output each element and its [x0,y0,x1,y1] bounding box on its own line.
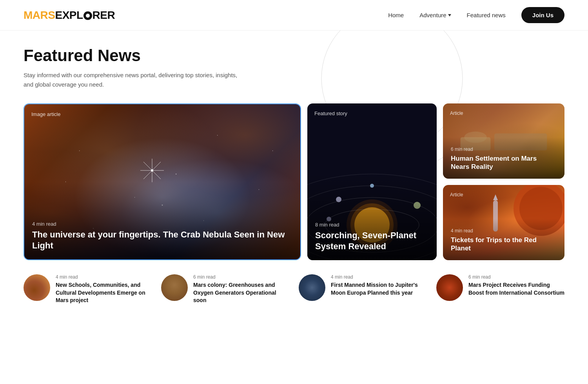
card-middle-title: Scorching, Seven-Planet System Revealed [315,230,429,252]
card-right-col: Article 6 min read Human Settlement on M… [443,103,564,260]
card-main-read-time: 4 min read [32,221,292,227]
nav-adventure[interactable]: Adventure [419,12,451,18]
card-small-1-read-time: 6 min read [451,147,557,152]
card-small-1-label: Article [450,110,463,116]
card-small-2-title: Tickets for Trips to the Red Planet [451,236,557,253]
logo[interactable]: MARSEXPLRER [24,9,115,22]
bottom-item-3[interactable]: 6 min read Mars Project Receives Funding… [436,274,564,304]
bottom-read-time-2: 4 min read [331,274,427,280]
logo-o-icon [83,11,92,20]
bottom-read-time-1: 6 min read [193,274,289,280]
chevron-down-icon [448,14,451,16]
bottom-item-1[interactable]: 6 min read Mars colony: Greenhouses and … [161,274,289,304]
card-main-content: 4 min read The universe at your fingerti… [32,221,292,252]
card-small-1-title: Human Settlement on Mars Nears Reality [451,154,557,171]
card-main-title: The universe at your fingertips. The Cra… [32,229,292,252]
card-main[interactable]: Image article 4 min read The universe at… [24,103,301,260]
nav-featured[interactable]: Featured news [467,12,506,18]
card-small-2-content: 4 min read Tickets for Trips to the Red … [451,228,557,253]
thumb-img-3 [436,274,463,301]
bottom-thumb-1 [161,274,188,301]
main-content: Featured News Stay informed with our com… [0,31,588,328]
bottom-title-3: Mars Project Receives Funding Boost from… [468,281,564,297]
bottom-thumb-3 [436,274,463,301]
page-title: Featured News [24,46,564,65]
bottom-text-1: 6 min read Mars colony: Greenhouses and … [193,274,289,304]
bottom-title-1: Mars colony: Greenhouses and Oxygen Gene… [193,281,289,304]
nav-links: Home Adventure Featured news Join Us [388,7,564,23]
bottom-list: 4 min read New Schools, Communities, and… [24,274,564,304]
bottom-text-2: 4 min read First Manned Mission to Jupit… [331,274,427,297]
bottom-item-0[interactable]: 4 min read New Schools, Communities, and… [24,274,152,304]
card-middle[interactable]: Featured story 8 min read Scorching, Sev… [307,103,437,260]
join-button[interactable]: Join Us [521,7,564,23]
card-small-1[interactable]: Article 6 min read Human Settlement on M… [443,103,564,179]
bottom-thumb-0 [24,274,50,301]
thumb-img-1 [161,274,188,301]
logo-mars: MARS [24,9,55,21]
bottom-item-2[interactable]: 4 min read First Manned Mission to Jupit… [299,274,427,304]
card-middle-read-time: 8 min read [315,222,429,228]
card-main-label: Image article [31,111,60,117]
card-middle-content: 8 min read Scorching, Seven-Planet Syste… [315,222,429,252]
thumb-img-2 [299,274,325,301]
bottom-text-0: 4 min read New Schools, Communities, and… [56,274,152,304]
bottom-read-time-0: 4 min read [56,274,152,280]
nav-home[interactable]: Home [388,12,404,18]
card-middle-label: Featured story [314,110,347,116]
logo-explorer: EXPLRER [55,9,115,21]
thumb-img-0 [24,274,50,301]
navbar: MARSEXPLRER Home Adventure Featured news… [0,0,588,31]
card-small-2-read-time: 4 min read [451,228,557,234]
bottom-read-time-3: 6 min read [468,274,564,280]
bottom-title-0: New Schools, Communities, and Cultural D… [56,281,152,304]
bottom-title-2: First Manned Mission to Jupiter's Moon E… [331,281,427,297]
bottom-thumb-2 [299,274,325,301]
page-subtitle: Stay informed with our comprehensive new… [24,71,243,89]
featured-grid: Image article 4 min read The universe at… [24,103,564,260]
card-small-1-content: 6 min read Human Settlement on Mars Near… [451,147,557,171]
card-small-2-label: Article [450,192,463,197]
bottom-text-3: 6 min read Mars Project Receives Funding… [468,274,564,297]
card-small-2[interactable]: Article 4 min read Tickets for Trips to … [443,185,564,260]
